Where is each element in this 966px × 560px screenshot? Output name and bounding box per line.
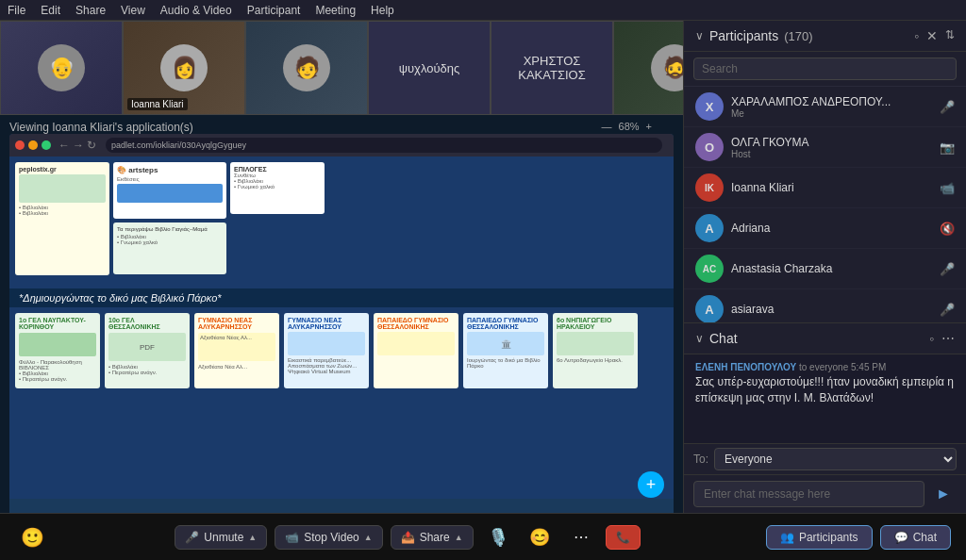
video-thumb-kakatsios[interactable]: ΧΡΗΣΤΟΣ ΚΑΚΑΤΣΙΟΣ xyxy=(491,21,613,115)
participant-avatar: Χ xyxy=(695,92,724,121)
share-chevron-icon[interactable]: ▲ xyxy=(455,533,463,542)
chevron-down-icon[interactable]: ∨ xyxy=(695,29,704,42)
participant-name: Anastasia Charzaka xyxy=(731,262,932,275)
participants-count: (170) xyxy=(784,29,812,43)
browser-maximize[interactable] xyxy=(42,140,51,150)
toolbar-right: 👥 Participants 💬 Chat xyxy=(766,525,951,550)
camera-on-icon: 📹 xyxy=(940,181,955,195)
participant-avatar: A xyxy=(695,295,724,322)
video-thumb-1[interactable]: 👴 xyxy=(0,21,123,115)
video-name-kakatsios: ΧΡΗΣΤΟΣ ΚΑΚΑΤΣΙΟΣ xyxy=(491,50,612,86)
browser-close[interactable] xyxy=(15,140,25,150)
participant-name: asiarava xyxy=(731,303,932,316)
end-icon: 📞 xyxy=(616,531,630,544)
zoom-level: 68% xyxy=(619,121,640,132)
padlet-card-5: ΠΑΠΑΙΕΔΟ ΓΥΜΝΑΣΙΟ ΘΕΣΣΑΛΟΝΙΚΗΣ xyxy=(374,313,458,388)
participant-name: Ioanna Kliari xyxy=(731,181,932,194)
participant-role: Me xyxy=(731,108,932,119)
chat-input-row: ► xyxy=(684,474,966,513)
mic-icon: 🎤 xyxy=(940,262,955,276)
chat-chevron-icon[interactable]: ∨ xyxy=(695,332,704,345)
zoom-minus[interactable]: — xyxy=(599,121,615,132)
menu-meeting[interactable]: Meeting xyxy=(315,4,356,17)
video-area: 👴 👩 Ioanna Kliari 🧑 ψυχλούδης xyxy=(0,21,683,513)
browser-url[interactable]: padlet.com/iokliari/030AyqlgGyguey xyxy=(106,138,662,153)
chat-message-input[interactable] xyxy=(693,481,924,507)
participant-name: Adriana xyxy=(731,222,932,235)
participant-item[interactable]: IK Ioanna Kliari 📹 xyxy=(684,168,966,208)
video-thumb-6[interactable]: 🧔 Lay xyxy=(613,21,683,115)
menu-participant[interactable]: Participant xyxy=(247,4,301,17)
participant-item[interactable]: Χ ΧΑΡΑΛΑΜΠΟΣ ΑΝΔΡΕΟΠΟΥ... Me 🎤 xyxy=(684,87,966,127)
zoom-plus[interactable]: + xyxy=(643,121,655,132)
toolbar-center: 🎤 Unmute ▲ 📹 Stop Video ▲ 📤 Share ▲ 🎙️ 😊… xyxy=(175,520,640,554)
share-icon: 📤 xyxy=(401,531,415,544)
participant-item[interactable]: Ο ΟΛΓΑ ΓΚΟΥΜΑ Host 📷 xyxy=(684,127,966,168)
chat-text: Σας υπέρ-ευχαριστούμε!!! ήταν μοναδική ε… xyxy=(695,374,955,406)
participant-avatar: Ο xyxy=(695,133,724,161)
chat-time: 5:45 PM xyxy=(851,362,886,372)
menu-file[interactable]: File xyxy=(8,4,25,17)
participants-close-icon[interactable]: ✕ xyxy=(926,28,938,43)
screen-label: Viewing Ioanna Kliari's application(s) xyxy=(9,121,193,134)
participants-panel-button[interactable]: 👥 Participants xyxy=(766,525,873,550)
chat-title: Chat xyxy=(709,331,738,346)
participant-icons: 🎤 xyxy=(940,100,955,114)
video-thumb-ioanna[interactable]: 👩 Ioanna Kliari xyxy=(123,21,245,115)
browser-minimize[interactable] xyxy=(28,140,38,150)
mic-icon: 🎤 xyxy=(185,531,199,544)
share-label: Share xyxy=(420,531,450,544)
chat-more-icon[interactable]: ⋯ xyxy=(941,331,955,346)
padlet-card-2: 10ο ΓΕΛ ΘΕΣΣΑΛΟΝΙΚΗΣ PDF • Βιβλιολάκι • … xyxy=(105,313,190,388)
participants-title-area: ∨ Participants (170) xyxy=(695,28,813,43)
participant-item[interactable]: A asiarava 🎤 xyxy=(684,289,966,322)
chat-send-button[interactable]: ► xyxy=(930,481,957,507)
chat-recipient-select[interactable]: Everyone xyxy=(714,448,957,470)
chat-icon: 💬 xyxy=(894,531,908,544)
video-name-psychloudis: ψυχλούδης xyxy=(395,58,464,79)
menu-share[interactable]: Share xyxy=(75,4,106,17)
participant-item[interactable]: AC Anastasia Charzaka 🎤 xyxy=(684,249,966,289)
participant-info: Adriana xyxy=(731,222,932,235)
unmute-chevron-icon[interactable]: ▲ xyxy=(248,533,257,542)
participants-popout-icon[interactable]: ◦ xyxy=(914,28,919,43)
main-layout: 👴 👩 Ioanna Kliari 🧑 ψυχλούδης xyxy=(0,21,966,513)
right-panel: ∨ Participants (170) ◦ ✕ ⇅ Χ ΧΑΡ xyxy=(683,21,966,513)
more-icon-btn[interactable]: ⋯ xyxy=(564,520,598,554)
video-thumb-3[interactable]: 🧑 xyxy=(245,21,368,115)
participants-sort-icon[interactable]: ⇅ xyxy=(945,28,955,43)
menu-edit[interactable]: Edit xyxy=(41,4,60,17)
participants-header: ∨ Participants (170) ◦ ✕ ⇅ xyxy=(684,21,966,52)
share-button[interactable]: 📤 Share ▲ xyxy=(391,525,474,550)
camera-icon: 📷 xyxy=(940,140,955,155)
menu-view[interactable]: View xyxy=(121,4,145,17)
video-thumb-psychloudis[interactable]: ψυχλούδης xyxy=(368,21,491,115)
stop-video-button[interactable]: 📹 Stop Video ▲ xyxy=(275,525,382,550)
end-meeting-button[interactable]: 📞 xyxy=(606,525,641,550)
unmute-button[interactable]: 🎤 Unmute ▲ xyxy=(175,525,267,550)
chat-to: to everyone xyxy=(799,362,848,372)
participant-icons: 🎤 xyxy=(940,262,955,276)
stop-video-label: Stop Video xyxy=(304,531,359,544)
participants-search-input[interactable] xyxy=(693,58,957,80)
participant-bar: 👴 👩 Ioanna Kliari 🧑 ψυχλούδης xyxy=(0,21,683,115)
microphone-icon-btn[interactable]: 🎙️ xyxy=(481,520,515,554)
video-chevron-icon[interactable]: ▲ xyxy=(364,533,373,542)
participant-icons: 📷 xyxy=(940,140,955,155)
screen-share-area: Viewing Ioanna Kliari's application(s) —… xyxy=(0,115,683,513)
add-button[interactable]: + xyxy=(638,471,664,498)
participant-name: ΧΑΡΑΛΑΜΠΟΣ ΑΝΔΡΕΟΠΟΥ... xyxy=(731,95,932,108)
participant-item[interactable]: A Adriana 🔇 xyxy=(684,208,966,249)
chat-sender: ΕΛΕΝΗ ΠΕΝΟΠΟΥΛΟΥ xyxy=(695,362,796,372)
video-label-ioanna: Ioanna Kliari xyxy=(127,98,188,110)
participant-avatar: AC xyxy=(695,255,724,283)
menu-help[interactable]: Help xyxy=(371,4,394,17)
chat-panel-button[interactable]: 💬 Chat xyxy=(880,525,951,550)
emoji-icon-btn[interactable]: 😊 xyxy=(523,520,557,554)
chat-popout-icon[interactable]: ◦ xyxy=(929,331,934,346)
smiley-button[interactable]: 🙂 xyxy=(15,520,49,554)
padlet-card-7: 6ο ΝΗΠΙΑΓΩΓΕΙΟ ΗΡΑΚΛΕΙΟΥ 6ο Λυτροδαγωγεί… xyxy=(553,313,638,388)
browser-window: ← → ↻ padlet.com/iokliari/030AyqlgGyguey xyxy=(9,134,674,513)
menu-audio-video[interactable]: Audio & Video xyxy=(160,4,232,17)
padlet-card-3: ΓΥΜΝΑΣΙΟ ΝΕΑΣ ΑΛΥΚΑΡΝΗΣΣΟΥ Αξιοθέατα Νέα… xyxy=(194,313,279,388)
